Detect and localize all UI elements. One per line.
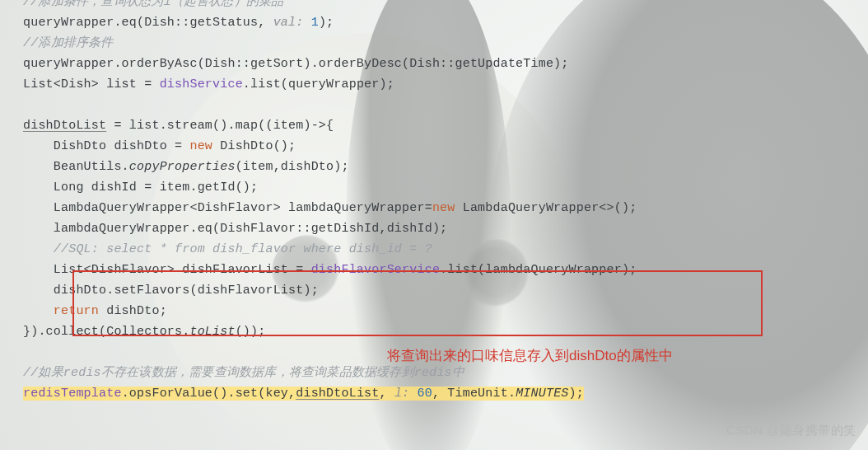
code-line: Long dishId = item.getId();: [23, 180, 258, 195]
code-line: redisTemplate.opsForValue().set(key,dish…: [23, 387, 584, 401]
code-line: queryWrapper.eq(Dish::getStatus, val: 1)…: [23, 16, 334, 30]
code-comment: //添加条件，查询状态为1（起售状态）的菜品: [23, 0, 283, 9]
code-line: LambdaQueryWrapper<DishFlavor> lambdaQue…: [23, 201, 637, 215]
code-line: dishDtoList = list.stream().map((item)->…: [23, 119, 334, 133]
watermark-text: CSDN @随身携带的笑: [726, 423, 856, 438]
code-comment: //SQL: select * from dish_flavor where d…: [23, 242, 432, 256]
code-line: queryWrapper.orderByAsc(Dish::getSort).o…: [23, 57, 569, 71]
highlight-box: [72, 270, 763, 336]
code-line: List<Dish> list = dishService.list(query…: [23, 77, 394, 91]
code-line: BeanUtils.copyProperties(item,dishDto);: [23, 160, 349, 174]
annotation-text: 将查询出来的口味信息存入到dishDto的属性中: [387, 346, 673, 365]
code-block: //添加条件，查询状态为1（起售状态）的菜品 queryWrapper.eq(D…: [0, 0, 653, 404]
code-line: lambdaQueryWrapper.eq(DishFlavor::getDis…: [23, 222, 447, 236]
code-comment: //添加排序条件: [23, 36, 114, 50]
code-comment: //如果redis不存在该数据，需要查询数据库，将查询菜品数据缓存到redis中: [23, 366, 464, 380]
code-line: DishDto dishDto = new DishDto();: [23, 139, 296, 153]
